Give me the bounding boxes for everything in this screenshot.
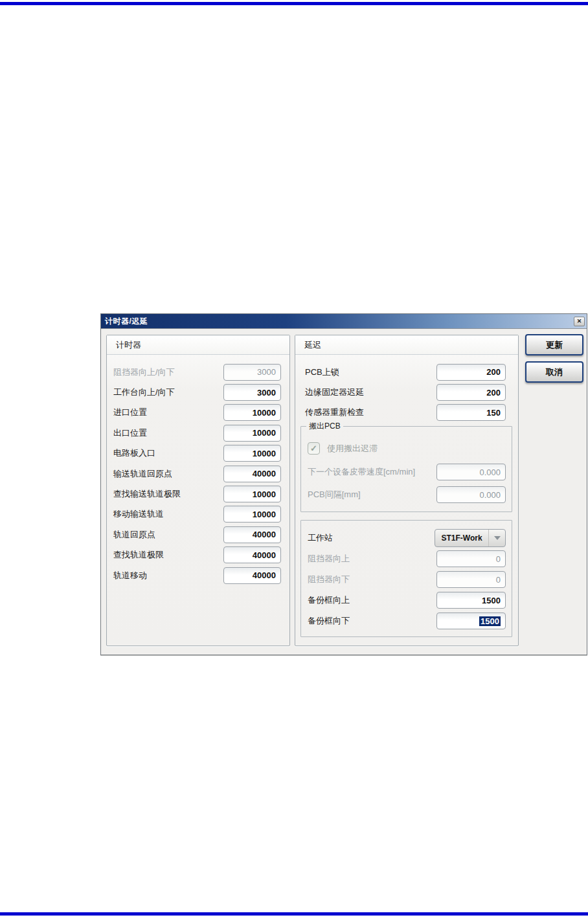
timer-row: 进口位置 10000 bbox=[113, 403, 281, 423]
pcb-gap-input: 0.000 bbox=[436, 486, 506, 503]
move-conveyor-input[interactable]: 10000 bbox=[223, 506, 281, 523]
timer-panel: 计时器 阻挡器向上/向下 3000 工作台向上/向下 3000 进口位置 100… bbox=[106, 335, 290, 646]
delay-row: 边缘固定器迟延 200 bbox=[305, 382, 506, 402]
selected-field-value: 1500 bbox=[479, 616, 501, 626]
field-value: 0.000 bbox=[479, 490, 501, 500]
worktable-updown-input[interactable]: 3000 bbox=[223, 384, 281, 401]
inlet-position-input[interactable]: 10000 bbox=[223, 404, 281, 421]
find-conveyor-limit-input[interactable]: 10000 bbox=[223, 486, 281, 502]
conveyor-home-input[interactable]: 40000 bbox=[223, 466, 281, 482]
field-value: 150 bbox=[486, 408, 501, 418]
field-label: 备份框向上 bbox=[308, 594, 350, 606]
unload-row: 下一个设备皮带速度[cm/min] 0.000 bbox=[308, 464, 506, 480]
timer-rows: 阻挡器向上/向下 3000 工作台向上/向下 3000 进口位置 10000 出… bbox=[113, 362, 281, 585]
field-label: 边缘固定器迟延 bbox=[305, 387, 364, 398]
pcb-lock-input[interactable]: 200 bbox=[436, 364, 506, 381]
timer-panel-title: 计时器 bbox=[107, 335, 289, 355]
rail-home-input[interactable]: 40000 bbox=[223, 526, 281, 543]
delay-panel-title: 延迟 bbox=[295, 335, 518, 355]
workstation-row: 工作站 ST1F-Work bbox=[308, 529, 506, 547]
edge-clamp-delay-input[interactable]: 200 bbox=[436, 384, 506, 401]
timer-row: 查找轨道极限 40000 bbox=[113, 545, 281, 565]
backup-frame-up-input[interactable]: 1500 bbox=[436, 592, 506, 609]
field-value: 40000 bbox=[253, 550, 276, 560]
field-label: 查找输送轨道极限 bbox=[113, 488, 181, 500]
next-belt-speed-input: 0.000 bbox=[436, 464, 506, 480]
checkbox-label: 使用搬出迟滞 bbox=[327, 443, 378, 455]
stopper-updown-input: 3000 bbox=[223, 364, 281, 381]
field-label: 电路板入口 bbox=[113, 447, 155, 459]
outlet-position-input[interactable]: 10000 bbox=[223, 425, 281, 442]
board-entry-input[interactable]: 10000 bbox=[223, 445, 281, 462]
delay-panel: 延迟 PCB上锁 200 边缘固定器迟延 200 传感器重新检查 150 搬出P… bbox=[295, 335, 519, 646]
field-label: 出口位置 bbox=[113, 427, 147, 439]
timer-row: 轨道回原点 40000 bbox=[113, 524, 281, 545]
workstation-group: 工作站 ST1F-Work 阻挡器向上 0 阻挡器向下 0 备份框向上 150 bbox=[300, 520, 512, 637]
field-value: 10000 bbox=[253, 510, 276, 519]
use-unload-lag-checkbox: ✓ bbox=[308, 442, 320, 455]
stopper-up-input: 0 bbox=[436, 550, 506, 567]
dropdown-arrow-box bbox=[488, 530, 505, 546]
field-label: 工作台向上/向下 bbox=[113, 387, 175, 398]
workstation-select[interactable]: ST1F-Work bbox=[435, 529, 506, 547]
cancel-button[interactable]: 取消 bbox=[525, 361, 583, 383]
page-top-rule bbox=[0, 2, 588, 5]
timer-row: 输送轨道回原点 40000 bbox=[113, 464, 281, 484]
stopper-down-input: 0 bbox=[436, 571, 506, 588]
field-label: 阻挡器向上/向下 bbox=[113, 366, 175, 378]
field-label: 下一个设备皮带速度[cm/min] bbox=[308, 466, 415, 478]
workstation-selected-value: ST1F-Work bbox=[435, 530, 488, 546]
backup-frame-down-input[interactable]: 1500 bbox=[436, 613, 506, 629]
field-value: 1500 bbox=[482, 596, 501, 605]
station-row: 备份框向下 1500 bbox=[308, 613, 506, 629]
field-label: 轨道回原点 bbox=[113, 529, 155, 541]
delay-row: PCB上锁 200 bbox=[305, 362, 506, 382]
field-value: 0.000 bbox=[479, 467, 501, 477]
field-label: 进口位置 bbox=[113, 407, 147, 418]
field-value: 40000 bbox=[253, 530, 276, 539]
field-label: 移动输送轨道 bbox=[113, 508, 164, 520]
sensor-recheck-input[interactable]: 150 bbox=[436, 404, 506, 421]
delay-row: 传感器重新检查 150 bbox=[305, 403, 506, 423]
timer-row: 查找输送轨道极限 10000 bbox=[113, 484, 281, 504]
field-value: 200 bbox=[486, 388, 501, 398]
timer-row: 电路板入口 10000 bbox=[113, 444, 281, 464]
close-button[interactable]: ✕ bbox=[574, 317, 585, 326]
timer-row: 出口位置 10000 bbox=[113, 423, 281, 443]
field-label: 查找轨道极限 bbox=[113, 549, 164, 561]
station-row: 阻挡器向下 0 bbox=[308, 571, 506, 588]
station-row: 阻挡器向上 0 bbox=[308, 550, 506, 567]
station-row: 备份框向上 1500 bbox=[308, 592, 506, 609]
field-value: 40000 bbox=[253, 469, 276, 478]
field-value: 200 bbox=[486, 367, 501, 377]
field-label: 阻挡器向上 bbox=[308, 553, 350, 565]
unload-row: PCB间隔[mm] 0.000 bbox=[308, 486, 506, 503]
timer-row: 阻挡器向上/向下 3000 bbox=[113, 362, 281, 382]
close-icon: ✕ bbox=[577, 318, 582, 324]
page-bottom-rule bbox=[0, 912, 588, 916]
timer-row: 工作台向上/向下 3000 bbox=[113, 382, 281, 402]
field-label: 备份框向下 bbox=[308, 615, 350, 627]
timer-delay-dialog: 计时器/迟延 ✕ 计时器 阻挡器向上/向下 3000 工作台向上/向下 3000… bbox=[100, 313, 587, 655]
find-rail-limit-input[interactable]: 40000 bbox=[223, 546, 281, 563]
dialog-body: 计时器 阻挡器向上/向下 3000 工作台向上/向下 3000 进口位置 100… bbox=[101, 329, 587, 656]
field-value: 3000 bbox=[257, 388, 276, 398]
update-button[interactable]: 更新 bbox=[525, 334, 583, 355]
unload-pcb-group-title: 搬出PCB bbox=[306, 422, 343, 431]
field-label: 轨道移动 bbox=[113, 570, 147, 581]
dialog-title: 计时器/迟延 bbox=[105, 316, 574, 327]
rail-move-input[interactable]: 40000 bbox=[223, 567, 281, 584]
field-value: 3000 bbox=[257, 367, 276, 377]
delay-rows: PCB上锁 200 边缘固定器迟延 200 传感器重新检查 150 bbox=[305, 362, 506, 423]
field-label: 工作站 bbox=[308, 532, 333, 544]
field-value: 10000 bbox=[253, 428, 276, 438]
field-label: 输送轨道回原点 bbox=[113, 468, 172, 480]
chevron-down-icon bbox=[494, 536, 501, 540]
timer-row: 移动输送轨道 10000 bbox=[113, 504, 281, 524]
field-value: 0 bbox=[496, 575, 501, 585]
timer-row: 轨道移动 40000 bbox=[113, 565, 281, 585]
field-value: 10000 bbox=[253, 408, 276, 418]
field-value: 40000 bbox=[253, 570, 276, 580]
field-label: PCB间隔[mm] bbox=[308, 489, 361, 500]
field-value: 10000 bbox=[253, 449, 276, 458]
